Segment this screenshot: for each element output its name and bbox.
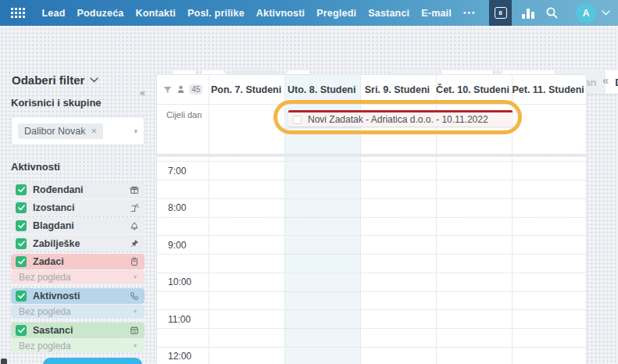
activity-row-absences[interactable]: Izostanci [11,200,145,216]
svg-text:31: 31 [133,330,137,334]
top-navbar: Lead Poduzeća Kontakti Posl. prilike Akt… [0,0,618,26]
pushpin-icon [129,238,140,249]
users-heading: Korisnici i skupine [11,97,102,109]
checkbox-checked[interactable] [16,291,27,302]
activities-heading: Aktivnosti [11,161,60,173]
menu-item-poduzeca[interactable]: Poduzeća [71,8,130,19]
reports-chart-icon[interactable] [522,8,534,19]
main-menu: Lead Poduzeća Kontakti Posl. prilike Akt… [36,8,482,19]
gift-icon [129,184,140,195]
checkbox-checked[interactable] [16,202,27,213]
checkbox-checked[interactable] [16,220,27,231]
activity-row-meetings[interactable]: Sastanci 31 [11,323,145,338]
hour-row [157,309,586,347]
menu-item-posl-prilike[interactable]: Posl. prilike [182,8,251,19]
clipboard-icon [129,256,140,267]
day-header-fri: Pet. 11. Studeni [510,75,586,104]
checkbox-checked[interactable] [16,256,27,267]
task-event[interactable]: Novi Zadatak - Adriatica d.o.o. - 10.11.… [288,110,513,127]
day-header-tue: Uto. 8. Studeni [284,75,359,104]
view-dropdown-label: Bez pogleda [19,306,71,317]
calendar-nav-button-active[interactable]: 8 [489,0,512,26]
all-day-label: Cijeli dan [166,110,202,120]
dropdown-arrow-icon: ▾ [134,342,137,349]
hour-label: 8:00 [168,202,186,213]
hour-label: 7:00 [168,166,186,177]
user-tag-label: Dalibor Novak [24,126,86,137]
activity-label: Aktivnosti [33,291,80,302]
dropdown-arrow-icon: ▾ [134,273,137,280]
checkbox-checked[interactable] [16,238,27,249]
hour-row [157,347,586,364]
calendar-badge-icon: 8 [495,7,507,19]
activity-row-birthdays[interactable]: Rođendani [11,182,145,198]
activity-row-holidays[interactable]: Blagdani [11,218,145,234]
dropdown-arrow-icon: ▾ [134,308,137,315]
activity-row-notes[interactable]: Zabilješke [11,236,145,252]
phone-icon [129,291,140,302]
meetings-view-dropdown[interactable]: Bez pogleda ▾ [11,339,145,352]
users-select[interactable]: Dalibor Novak × ▾ [11,116,145,145]
view-dropdown-label: Bez pogleda [19,272,71,283]
day-header-row: 45 Pon. 7. Studeni Uto. 8. Studeni Sri. … [157,75,586,105]
menu-item-email[interactable]: E-mail [416,8,458,19]
activity-label: Sastanci [33,325,73,336]
cutoff-cyan-button[interactable] [43,358,142,364]
apps-grid-icon[interactable] [11,8,25,18]
activity-label: Zadaci [33,256,64,267]
account-chevron-down-icon[interactable] [602,10,610,16]
activity-label: Izostanci [33,202,75,213]
activity-filter-list: Rođendani Izostanci Blagdani Zabilješke … [11,182,145,357]
navbar-right: 8 A [489,0,618,26]
calendar-31-icon: 31 [129,325,140,336]
collapse-right-icon[interactable]: « [602,74,609,87]
menu-item-aktivnosti[interactable]: Aktivnosti [250,8,310,19]
menu-item-pregledi[interactable]: Pregledi [311,8,363,19]
sidebar: « Korisnici i skupine Dalibor Novak × ▾ … [0,74,156,364]
palm-vacation-icon [129,202,140,213]
cutoff-corner-element [1,359,7,364]
activity-label: Zabilješke [33,238,80,249]
menu-item-kontakti[interactable]: Kontakti [130,8,182,19]
activities-view-dropdown[interactable]: Bez pogleda ▾ [11,305,145,318]
person-icon[interactable] [176,84,186,95]
day-header-wed: Sri. 9. Studeni [359,75,435,104]
activity-label: Blagdani [33,220,74,231]
activity-row-tasks[interactable]: Zadaci [11,254,145,269]
checkbox-checked[interactable] [16,325,27,336]
event-checkbox[interactable] [293,116,302,124]
event-title: Novi Zadatak - Adriatica d.o.o. - 10.11.… [308,114,488,125]
more-menu-icon[interactable]: ••• [457,9,482,17]
search-icon[interactable] [545,6,559,20]
collapse-sidebar-icon[interactable]: « [140,87,145,98]
hour-label: 10:00 [168,277,191,287]
header-corner: 45 [157,75,209,104]
menu-item-sastanci[interactable]: Sastanci [363,8,416,19]
avatar[interactable]: A [576,3,596,23]
time-grid [157,161,586,364]
hour-row [157,198,586,236]
hour-row [157,161,586,198]
hour-label: 12:00 [168,351,191,362]
activity-row-activities[interactable]: Aktivnosti [11,288,145,304]
hour-row [157,273,586,310]
bell-icon [129,220,140,231]
remove-user-icon[interactable]: × [91,125,98,137]
hour-row [157,235,586,273]
activity-label: Rođendani [33,184,84,195]
filter-funnel-icon[interactable] [163,85,173,95]
tasks-view-dropdown[interactable]: Bez pogleda ▾ [11,270,145,284]
menu-item-lead[interactable]: Lead [36,8,71,19]
view-dropdown-label: Bez pogleda [19,341,71,352]
select-chevron-icon: ▾ [134,127,138,135]
hour-label: 9:00 [168,240,186,251]
hour-label: 11:00 [168,314,191,325]
day-header-mon: Pon. 7. Studeni [209,75,284,104]
allday-grid-divider [157,154,586,157]
day-header-thu: Čet. 10. Studeni [435,75,511,104]
user-count-badge: 45 [189,84,202,95]
calendar-panel: 45 Pon. 7. Studeni Uto. 8. Studeni Sri. … [156,74,587,364]
user-tag[interactable]: Dalibor Novak × [18,123,103,139]
calendar-toolbar: Odaberi filter ‹ › Danas ponedjelja... 5… [0,26,618,74]
checkbox-checked[interactable] [16,184,27,195]
